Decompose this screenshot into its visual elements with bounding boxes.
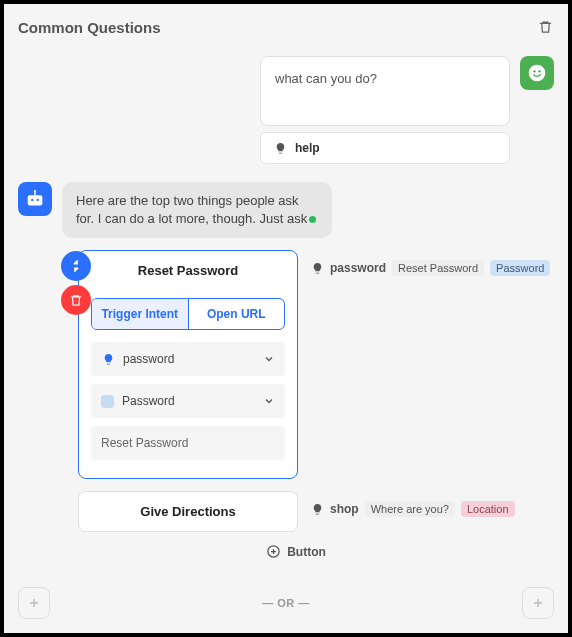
intent-select-label: password — [123, 352, 174, 366]
user-message-card[interactable]: what can you do? — [260, 56, 510, 126]
trash-icon — [538, 19, 553, 35]
intent-chip[interactable]: help — [260, 132, 510, 164]
give-directions-meta: shop Where are you? Location — [310, 491, 515, 517]
svg-point-5 — [37, 199, 39, 201]
button-label-field[interactable]: Reset Password — [91, 426, 285, 460]
meta-pill-entity[interactable]: Location — [461, 501, 515, 517]
add-branch-left-button[interactable] — [18, 587, 50, 619]
svg-point-4 — [31, 199, 33, 201]
give-directions-card[interactable]: Give Directions — [78, 491, 298, 532]
bot-message-bubble[interactable]: Here are the top two things people ask f… — [62, 182, 332, 238]
canvas-title: Common Questions — [18, 19, 161, 36]
intent-chip-label: help — [295, 141, 320, 155]
meta-pill-entity[interactable]: Password — [490, 260, 550, 276]
plus-icon — [531, 596, 545, 610]
plus-circle-icon — [266, 544, 281, 559]
svg-point-2 — [538, 70, 540, 72]
lightbulb-icon — [310, 261, 324, 275]
user-face-icon — [527, 63, 547, 83]
meta-pill[interactable]: Where are you? — [365, 501, 455, 517]
or-divider-label: — OR — — [262, 597, 310, 609]
action-type-segmented: Trigger Intent Open URL — [91, 298, 285, 330]
user-message-row: what can you do? — [18, 56, 554, 126]
seg-trigger-intent[interactable]: Trigger Intent — [92, 299, 188, 329]
bot-message-text: Here are the top two things people ask f… — [76, 193, 307, 226]
svg-point-0 — [529, 65, 546, 82]
svg-point-1 — [533, 70, 535, 72]
delete-node-button[interactable] — [536, 18, 554, 36]
canvas-header: Common Questions — [18, 18, 554, 36]
svg-point-7 — [34, 190, 36, 192]
intent-chip-row: help — [18, 132, 554, 164]
plus-icon — [27, 596, 41, 610]
meta-intent-label: password — [330, 261, 386, 275]
chevron-down-icon — [263, 353, 275, 365]
card-title: Reset Password — [79, 251, 297, 288]
or-divider-row: — OR — — [18, 587, 554, 619]
add-button-label: Button — [287, 545, 326, 559]
response-cards-area: Reset Password Trigger Intent Open URL p… — [78, 250, 554, 559]
bot-icon — [24, 188, 46, 210]
entity-select-label: Password — [122, 394, 175, 408]
svg-rect-3 — [28, 195, 43, 205]
intent-select-field[interactable]: password — [91, 342, 285, 376]
card-title: Give Directions — [140, 504, 235, 519]
lightbulb-icon — [101, 352, 115, 366]
chatbot-builder-canvas: Common Questions what can you do? help — [4, 4, 568, 633]
reset-password-card[interactable]: Reset Password Trigger Intent Open URL p… — [78, 250, 298, 479]
user-avatar — [520, 56, 554, 90]
lightbulb-icon — [310, 502, 324, 516]
meta-intent-label: shop — [330, 502, 359, 516]
user-message-text: what can you do? — [275, 71, 377, 86]
bot-avatar — [18, 182, 52, 216]
chevron-down-icon — [263, 395, 275, 407]
seg-open-url[interactable]: Open URL — [188, 299, 285, 329]
collapse-icon — [69, 259, 83, 273]
bot-message-row: Here are the top two things people ask f… — [18, 182, 554, 238]
entity-icon — [101, 395, 114, 408]
entity-select-field[interactable]: Password — [91, 384, 285, 418]
add-branch-right-button[interactable] — [522, 587, 554, 619]
reset-password-meta: password Reset Password Password — [310, 250, 550, 276]
status-dot-icon — [309, 216, 316, 223]
add-button-row[interactable]: Button — [38, 544, 554, 559]
reset-password-row: Reset Password Trigger Intent Open URL p… — [78, 250, 554, 479]
meta-pill[interactable]: Reset Password — [392, 260, 484, 276]
lightbulb-icon — [273, 141, 287, 155]
give-directions-row: Give Directions shop Where are you? Loca… — [78, 491, 554, 532]
button-label-text: Reset Password — [101, 436, 188, 450]
trash-icon — [69, 293, 83, 308]
